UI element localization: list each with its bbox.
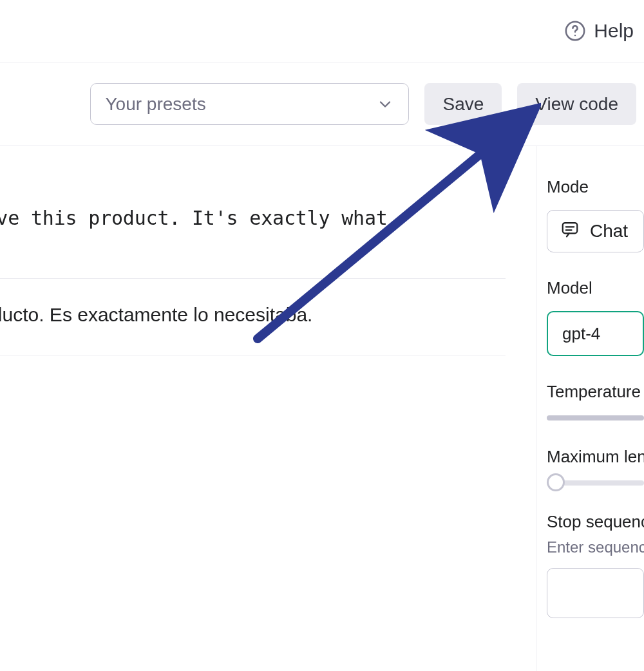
chat-panel: slate: 'I love this product. It's exactl…: [0, 146, 536, 671]
message-divider: [0, 355, 506, 355]
model-section: Model gpt-4: [547, 278, 644, 356]
slider-track: [547, 415, 644, 421]
svg-point-1: [574, 35, 576, 37]
chat-icon: [560, 220, 580, 243]
settings-sidebar: Mode Chat Model gpt-4 Temperat: [536, 146, 644, 671]
mode-value: Chat: [590, 221, 628, 241]
view-code-button[interactable]: View code: [517, 83, 636, 125]
svg-rect-2: [563, 223, 578, 233]
stop-sequences-label: Stop sequenc: [547, 512, 644, 532]
stop-sequences-section: Stop sequenc Enter sequence: [547, 512, 644, 618]
user-message[interactable]: slate: 'I love this product. It's exactl…: [0, 146, 536, 278]
help-link[interactable]: Help: [564, 20, 634, 42]
assistant-message: ncanta este producto. Es exactamente lo …: [0, 279, 536, 355]
stop-sequences-hint: Enter sequence: [547, 538, 644, 556]
mode-label: Mode: [547, 177, 644, 197]
stop-sequences-input[interactable]: [547, 568, 644, 618]
save-button[interactable]: Save: [424, 83, 502, 125]
model-label: Model: [547, 278, 644, 298]
max-length-slider[interactable]: [547, 480, 644, 486]
max-length-section: Maximum len: [547, 447, 644, 486]
mode-section: Mode Chat: [547, 177, 644, 252]
view-code-label: View code: [535, 94, 618, 115]
max-length-label: Maximum len: [547, 447, 644, 467]
toolbar: Your presets Save View code: [0, 62, 644, 146]
temperature-section: Temperature: [547, 382, 644, 421]
help-icon: [564, 20, 586, 42]
presets-placeholder: Your presets: [105, 94, 205, 115]
model-select[interactable]: gpt-4: [547, 311, 644, 356]
presets-select[interactable]: Your presets: [90, 83, 409, 125]
slider-thumb[interactable]: [547, 473, 565, 491]
help-label: Help: [594, 20, 634, 42]
temperature-slider[interactable]: [547, 415, 644, 421]
save-label: Save: [442, 94, 484, 115]
content: slate: 'I love this product. It's exactl…: [0, 146, 644, 671]
mode-select[interactable]: Chat: [547, 210, 644, 252]
topbar: Help: [0, 0, 644, 62]
temperature-label: Temperature: [547, 382, 644, 402]
chevron-down-icon: [376, 95, 394, 113]
model-value: gpt-4: [562, 324, 600, 344]
